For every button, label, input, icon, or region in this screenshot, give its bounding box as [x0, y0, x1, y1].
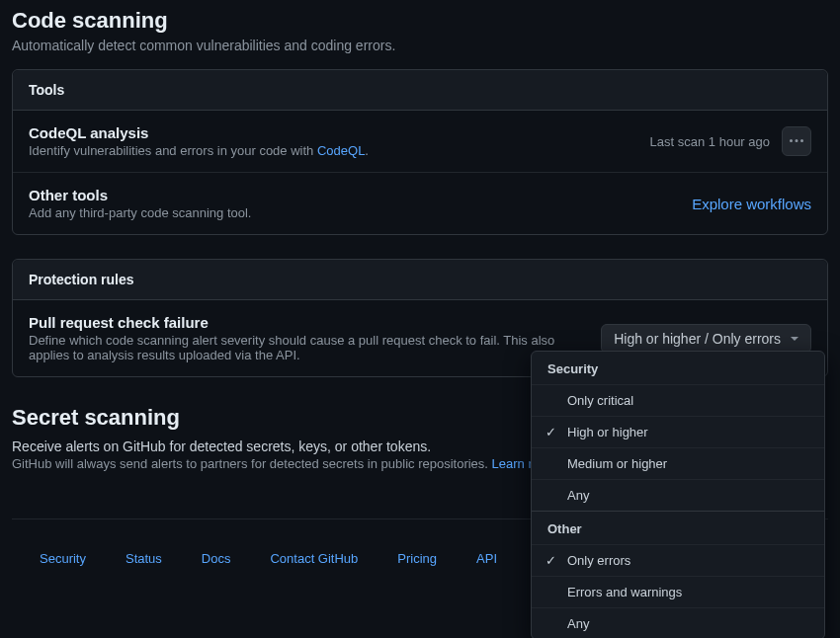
dropdown-item-any-other[interactable]: Any — [532, 607, 824, 638]
secret-desc-prefix: GitHub will always send alerts to partne… — [12, 456, 492, 471]
code-scanning-title: Code scanning — [12, 8, 828, 34]
severity-dropdown: Security Only critical High or higher Me… — [531, 351, 825, 638]
footer-link-api[interactable]: API — [476, 551, 497, 566]
footer-link-security[interactable]: Security — [40, 551, 86, 566]
chevron-down-icon — [791, 337, 798, 341]
kebab-icon — [789, 133, 804, 149]
codeql-menu-button[interactable] — [782, 126, 811, 156]
codeql-row: CodeQL analysis Identify vulnerabilities… — [13, 111, 827, 173]
footer-link-pricing[interactable]: Pricing — [397, 551, 437, 566]
dropdown-item-medium-or-higher[interactable]: Medium or higher — [532, 447, 824, 479]
last-scan-text: Last scan 1 hour ago — [650, 134, 770, 149]
codeql-title: CodeQL analysis — [29, 124, 650, 141]
dropdown-item-only-critical[interactable]: Only critical — [532, 384, 824, 416]
pr-check-title: Pull request check failure — [29, 314, 585, 331]
dropdown-item-any-security[interactable]: Any — [532, 479, 824, 511]
codeql-desc-suffix: . — [365, 143, 369, 158]
dropdown-section-security: Security — [532, 352, 824, 384]
other-tools-desc: Add any third-party code scanning tool. — [29, 205, 692, 220]
other-tools-row: Other tools Add any third-party code sca… — [13, 173, 827, 234]
footer-link-contact[interactable]: Contact GitHub — [270, 551, 358, 566]
protection-header: Protection rules — [13, 260, 827, 300]
tools-header: Tools — [13, 70, 827, 111]
dropdown-item-errors-warnings[interactable]: Errors and warnings — [532, 576, 824, 607]
footer-link-docs[interactable]: Docs — [202, 551, 231, 566]
dropdown-section-other: Other — [532, 511, 824, 544]
other-tools-title: Other tools — [29, 187, 692, 203]
explore-workflows-link[interactable]: Explore workflows — [692, 196, 811, 212]
dropdown-item-only-errors[interactable]: Only errors — [532, 544, 824, 576]
dropdown-item-high-or-higher[interactable]: High or higher — [532, 416, 824, 447]
codeql-link[interactable]: CodeQL — [317, 143, 365, 158]
severity-select-button[interactable]: High or higher / Only errors — [601, 324, 811, 354]
codeql-desc: Identify vulnerabilities and errors in y… — [29, 143, 650, 158]
footer-link-status[interactable]: Status — [126, 551, 162, 566]
pr-check-desc: Define which code scanning alert severit… — [29, 333, 585, 362]
code-scanning-subtitle: Automatically detect common vulnerabilit… — [12, 38, 828, 53]
severity-select-label: High or higher / Only errors — [614, 331, 781, 347]
tools-box: Tools CodeQL analysis Identify vulnerabi… — [12, 69, 828, 235]
codeql-desc-prefix: Identify vulnerabilities and errors in y… — [29, 143, 317, 158]
